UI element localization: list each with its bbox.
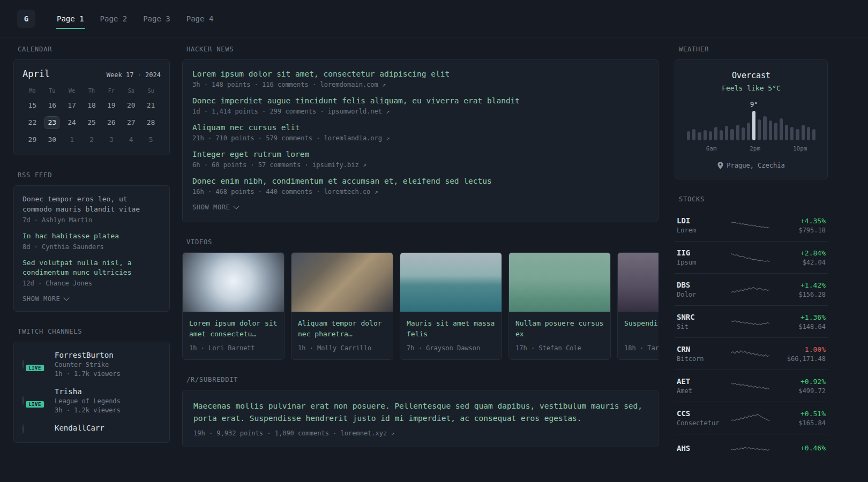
- rss-item-title[interactable]: Donec tempor eros leo, ut commodo mauris…: [23, 194, 161, 215]
- stocks-widget: STOCKS LDI Lorem +4.35% $795.1: [675, 195, 828, 463]
- hacker-news-item-title[interactable]: Donec enim nibh, condimentum et accumsan…: [192, 177, 648, 185]
- video-body: Nullam posuere cursus ex 17h · Stefan Co…: [509, 312, 610, 359]
- calendar-day: 19: [104, 99, 119, 112]
- avatar-wrap: LIVE: [23, 360, 47, 368]
- rss-list: Donec tempor eros leo, ut commodo mauris…: [23, 194, 161, 287]
- weather-bar: [774, 123, 777, 140]
- rss-item-title[interactable]: In hac habitasse platea: [23, 231, 161, 242]
- calendar-day-header: Sa: [128, 88, 134, 94]
- video-card[interactable]: Lorem ipsum dolor sit amet consectetu… 1…: [182, 252, 285, 360]
- chevron-down-icon: [234, 203, 240, 209]
- stocks-section-title: STOCKS: [679, 195, 828, 203]
- stock-row[interactable]: AHS +0.46%: [675, 434, 828, 463]
- stock-price: $499.72: [776, 387, 826, 395]
- tab-page-2[interactable]: Page 2: [99, 11, 129, 27]
- stock-symbol: IIG: [677, 248, 724, 257]
- twitch-channel-row[interactable]: LIVE KendallCarr: [23, 424, 161, 434]
- stock-row[interactable]: AET Amet +0.92% $499.72: [675, 370, 828, 402]
- stock-change: +0.51%: [776, 410, 826, 418]
- weather-bar: [807, 127, 810, 140]
- subreddit-post-title[interactable]: Maecenas mollis pulvinar erat non posuer…: [193, 400, 647, 425]
- video-thumbnail[interactable]: [509, 253, 610, 312]
- channel-category: Counter-Strike: [55, 361, 121, 368]
- channel-meta: 1h · 1.7k viewers: [55, 370, 121, 378]
- avatar: [23, 359, 24, 369]
- video-thumbnail[interactable]: [400, 253, 502, 312]
- weather-bar: [704, 130, 707, 140]
- stock-sparkline: [724, 347, 776, 362]
- tab-page-1[interactable]: Page 1: [56, 11, 85, 27]
- rss-item: Donec tempor eros leo, ut commodo mauris…: [23, 194, 161, 224]
- stock-row[interactable]: DBS Dolor +1.42% $156.28: [675, 273, 828, 305]
- twitch-channel-list: LIVE ForrestBurton Counter-Strike 1h · 1…: [23, 351, 161, 434]
- weather-hour-label: 6am: [706, 145, 717, 152]
- app-logo[interactable]: G: [17, 10, 35, 28]
- show-more-label: SHOW MORE: [23, 295, 60, 303]
- subreddit-post-meta: 19h · 9,932 points · 1,090 comments · lo…: [193, 430, 647, 437]
- stock-name: Ipsum: [677, 259, 724, 266]
- hacker-news-item-title[interactable]: Aliquam nec cursus elit: [192, 123, 648, 132]
- twitch-channel-row[interactable]: LIVE Trisha League of Legends 3h · 1.2k …: [23, 387, 161, 414]
- channel-name: ForrestBurton: [55, 351, 121, 359]
- video-thumbnail[interactable]: [291, 253, 393, 312]
- stock-price: $66,171.48: [776, 355, 826, 363]
- video-title[interactable]: Nullam posuere cursus ex: [515, 318, 604, 340]
- stock-row[interactable]: CCS Consectetur +0.51% $165.84: [675, 402, 828, 434]
- calendar-day-headers: MoTuWeThFrSaSu: [23, 88, 161, 94]
- weather-bar: [758, 119, 761, 140]
- twitch-widget: TWITCH CHANNELS LIVE ForrestBurton Count…: [13, 328, 170, 443]
- video-card[interactable]: Suspendisse diam 18h · Tara: [617, 252, 659, 360]
- stock-sparkline: [724, 314, 776, 329]
- rss-show-more-button[interactable]: SHOW MORE: [23, 295, 161, 303]
- rss-item: In hac habitasse platea 8d · Cynthia Sau…: [23, 231, 161, 251]
- stock-price: $165.84: [776, 419, 826, 427]
- video-thumbnail[interactable]: [618, 253, 659, 312]
- video-card[interactable]: Nullam posuere cursus ex 17h · Stefan Co…: [508, 252, 611, 360]
- video-title[interactable]: Lorem ipsum dolor sit amet consectetu…: [189, 318, 278, 340]
- channel-name: Trisha: [55, 387, 121, 396]
- calendar-day: 18: [84, 99, 99, 112]
- hacker-news-item-title[interactable]: Integer eget rutrum lorem: [192, 150, 648, 159]
- stock-symbol: CRN: [677, 345, 724, 353]
- weather-hour-label: 10pm: [793, 145, 807, 152]
- channel-info: KendallCarr: [55, 424, 104, 434]
- stock-row[interactable]: LDI Lorem +4.35% $795.18: [675, 209, 828, 241]
- video-card[interactable]: Aliquam tempor dolor nec pharetra… 1h · …: [291, 252, 393, 360]
- hacker-news-item: Donec imperdiet augue tincidunt felis al…: [192, 96, 648, 115]
- middle-column: HACKER NEWS Lorem ipsum dolor sit amet, …: [182, 46, 659, 463]
- stock-price: $148.64: [776, 323, 826, 330]
- weather-hour-labels: 6am2pm10pm: [687, 145, 815, 153]
- video-card[interactable]: Mauris sit amet massa felis 7h · Grayson…: [400, 252, 502, 360]
- weather-bar: [796, 129, 799, 140]
- stock-name: Lorem: [677, 227, 724, 234]
- channel-info: Trisha League of Legends 3h · 1.2k viewe…: [55, 387, 121, 414]
- hacker-news-item-title[interactable]: Donec imperdiet augue tincidunt felis al…: [192, 96, 648, 105]
- tab-page-4[interactable]: Page 4: [185, 11, 215, 27]
- video-title[interactable]: Mauris sit amet massa felis: [407, 318, 495, 340]
- stock-symbol: AHS: [677, 444, 724, 453]
- channel-meta: 3h · 1.2k viewers: [55, 406, 121, 414]
- stock-right: +0.46%: [776, 444, 826, 454]
- stock-row[interactable]: IIG Ipsum +2.84% $42.04: [675, 241, 828, 273]
- stock-left: CCS Consectetur: [677, 409, 724, 427]
- video-title[interactable]: Aliquam tempor dolor nec pharetra…: [298, 318, 386, 340]
- current-temp-label: 9°: [750, 101, 758, 108]
- stock-sparkline: [724, 282, 776, 297]
- rss-item-title[interactable]: Sed volutpat nulla nisl, a condimentum n…: [23, 258, 161, 278]
- videos-widget: VIDEOS Lorem ipsum dolor sit amet consec…: [182, 238, 659, 360]
- video-body: Mauris sit amet massa felis 7h · Grayson…: [400, 312, 502, 359]
- stock-left: IIG Ipsum: [677, 248, 724, 266]
- stock-row[interactable]: SNRC Sit +1.36% $148.64: [675, 305, 828, 337]
- hacker-news-item-title[interactable]: Lorem ipsum dolor sit amet, consectetur …: [192, 70, 648, 78]
- weather-bar: [709, 131, 712, 140]
- stock-row[interactable]: CRN Bitcorn -1.00% $66,171.48: [675, 337, 828, 370]
- hacker-news-show-more-button[interactable]: SHOW MORE: [192, 204, 648, 211]
- hacker-news-item: Aliquam nec cursus elit 21h · 710 points…: [192, 123, 648, 142]
- video-thumbnail[interactable]: [183, 253, 284, 312]
- rss-widget: RSS FEED Donec tempor eros leo, ut commo…: [13, 171, 170, 312]
- weather-bar-current: 9°: [752, 111, 755, 140]
- avatar-wrap: LIVE: [23, 396, 47, 405]
- twitch-channel-row[interactable]: LIVE ForrestBurton Counter-Strike 1h · 1…: [23, 351, 161, 378]
- tab-page-3[interactable]: Page 3: [142, 11, 171, 27]
- video-title[interactable]: Suspendisse diam: [624, 318, 659, 340]
